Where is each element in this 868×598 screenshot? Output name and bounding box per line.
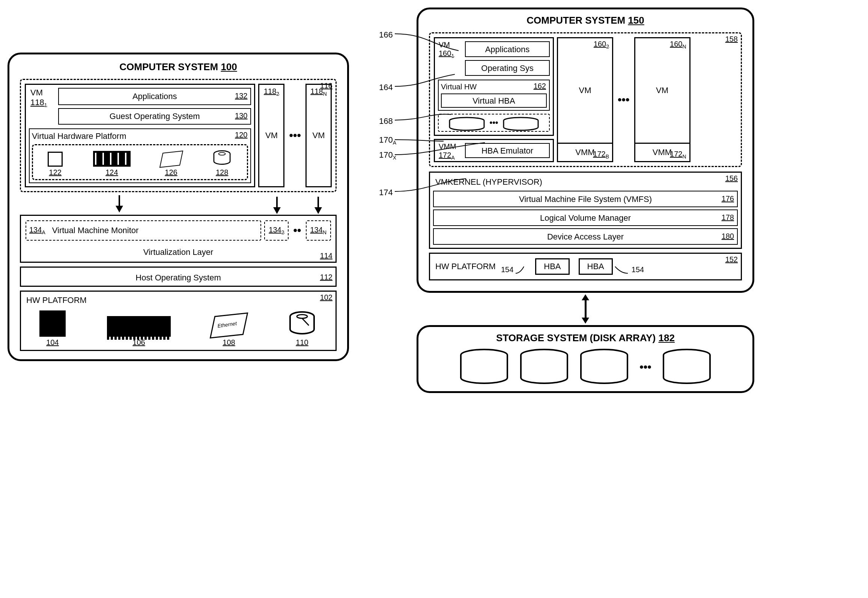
system-100-outer: COMPUTER SYSTEM 100 116 VM 1181 Applicat… [8, 53, 349, 361]
system-150-title: COMPUTER SYSTEM 150 [425, 15, 746, 30]
gos-label: Guest Operating System [110, 111, 200, 121]
vm1-ref: 1181 [30, 98, 47, 108]
vm-group-116: 116 VM 1181 Applications 132 [20, 79, 337, 192]
ellipsis-icon: ••• [287, 84, 302, 187]
col2-vm-label: VM [579, 86, 591, 95]
computer-system-100: COMPUTER SYSTEM 100 116 VM 1181 Applicat… [8, 53, 349, 361]
apps-box: Applications [465, 41, 550, 57]
ellipsis-icon: ••• [488, 118, 499, 128]
vhp-ref: 120 [235, 131, 247, 139]
vmfs-box: Virtual Machine File System (VMFS) 176 [433, 191, 738, 207]
storage-title: STORAGE SYSTEM (DISK ARRAY) 182 [425, 332, 746, 348]
lead-168: 168 [379, 116, 393, 126]
ellipsis-icon: ••• [638, 361, 653, 374]
group-ref-158: 158 [725, 35, 738, 44]
virtual-disks-row: Virtual A ••• Virtual X [438, 114, 550, 132]
hba-emulator-box: HBA Emulator [465, 143, 550, 158]
storage-disk-icon [518, 348, 570, 386]
vmm-n-box: 134N [306, 220, 331, 241]
vm-118-1: VM 1181 Applications 132 Guest Operating… [25, 84, 255, 187]
sys150-title-text: COMPUTER SYSTEM [527, 15, 628, 26]
sys150-title-ref: 150 [628, 15, 644, 26]
ellipsis-icon: •• [292, 220, 302, 241]
guest-os-box: Guest Operating System 130 [58, 108, 251, 125]
nic-icon [159, 151, 183, 168]
vm1-label: VM [30, 88, 47, 98]
lead-174: 174 [379, 188, 393, 197]
lvm-box: Logical Volume Manager 178 [433, 209, 738, 226]
lead-164: 164 [379, 83, 393, 92]
virt-layer-ref: 114 [320, 252, 332, 260]
computer-system-150: COMPUTER SYSTEM 150 158 VM 1601 [417, 8, 754, 393]
hba-box-1: HBA [535, 258, 569, 275]
hw-disk-ref: 110 [287, 338, 317, 347]
lead-line-icon [515, 264, 526, 276]
lead-170a: 170A [379, 135, 396, 146]
apps-box: Applications 132 [58, 88, 251, 105]
hba-ref-1: 154 [501, 265, 513, 276]
coln-vm-label: VM [656, 86, 668, 95]
vhp-icons: 122 124 126 [32, 144, 248, 180]
vmm-label: Virtual Machine Monitor [52, 226, 139, 235]
apps-label: Applications [132, 92, 177, 101]
ellipsis-icon: ••• [616, 37, 631, 162]
vm-118-2: 1182 VM [258, 84, 284, 187]
disk-icon [287, 310, 317, 337]
host-os-box: Host Operating System 112 [20, 267, 337, 287]
vm2-vm-label: VM [265, 131, 278, 140]
nic-icon: Ethernet [210, 312, 248, 338]
storage-system-182: STORAGE SYSTEM (DISK ARRAY) 182 ••• [417, 325, 754, 393]
vmkernel-ref: 156 [725, 174, 738, 183]
nic-ref: 126 [161, 168, 182, 177]
vmm-label: VMM [439, 142, 456, 151]
col2-vmm: VMM 172B [558, 143, 612, 161]
vhw-ref: 162 [534, 82, 546, 90]
hwp-label: HW PLATFORM [26, 295, 87, 305]
sys100-title-ref: 100 [221, 61, 237, 72]
os-box: Operating Sys [465, 60, 550, 76]
gos-ref: 130 [235, 110, 247, 121]
hba-ref-2: 154 [632, 265, 644, 276]
system-100-title: COMPUTER SYSTEM 100 [16, 61, 340, 77]
host-os-label: Host Operating System [135, 273, 221, 282]
virtual-hw-platform: Virtual Hardware Platform 120 122 [29, 128, 251, 183]
disk-icon [212, 150, 232, 167]
vmm-172-a: VMM 172A HBA Emulator [434, 139, 554, 162]
vhw-label: Virtual HW [441, 83, 477, 91]
virtualization-layer: 134A Virtual Machine Monitor 1342 •• 134… [20, 215, 337, 263]
vmm-a-box: 134A Virtual Machine Monitor [26, 220, 261, 241]
storage-disk-icon [578, 348, 630, 386]
ram-icon [107, 316, 171, 337]
lead-166: 166 [379, 30, 393, 40]
virtual-hba-box: Virtual HBA [441, 93, 547, 108]
vhp-label: Virtual Hardware Platform [32, 131, 126, 141]
vm-col-160-n: 160N VM VMM 172N [634, 37, 690, 162]
cpu-icon [39, 310, 66, 337]
dal-box: Device Access Layer 180 [433, 228, 738, 245]
patent-figure: COMPUTER SYSTEM 100 116 VM 1181 Applicat… [8, 8, 860, 393]
sys100-title-text: COMPUTER SYSTEM [119, 61, 221, 72]
hw-nic-ref: 108 [212, 338, 246, 347]
hwp-ref: 102 [320, 293, 332, 302]
vmm-2-box: 1342 [264, 220, 289, 241]
hw-platform-box: HW PLATFORM 102 104 106 Ethernet 108 [20, 291, 337, 351]
vm-160-1: VM 1601 Applications Operating Sys [434, 37, 554, 136]
vm-118-n: 118N VM [305, 84, 332, 187]
vmkernel-label: VMKERNEL (HYPERVISOR) [435, 177, 542, 187]
hwp152-ref: 152 [725, 255, 738, 264]
hw-platform-152: HW PLATFORM 154 HBA HBA 154 152 [429, 253, 742, 280]
ram-ref: 124 [93, 168, 131, 177]
lead-line-icon [614, 264, 629, 276]
disk-ref: 128 [212, 168, 232, 177]
virtual-hw-box: Virtual HW 162 Virtual HBA [438, 80, 550, 111]
cpu-ref: 122 [48, 168, 63, 177]
virtual-disk-a: Virtual A [448, 117, 486, 129]
vm-col-160-2: 1602 VM VMM 172B [557, 37, 613, 162]
vmn-vm-label: VM [313, 131, 325, 140]
virtual-disk-x: Virtual X [502, 117, 540, 129]
apps-ref: 132 [235, 90, 247, 101]
cpu-icon [48, 152, 63, 167]
lead-170x: 170X [379, 150, 396, 161]
virt-layer-label: Virtualization Layer [143, 247, 214, 257]
system-150-outer: COMPUTER SYSTEM 150 158 VM 1601 [417, 8, 754, 293]
